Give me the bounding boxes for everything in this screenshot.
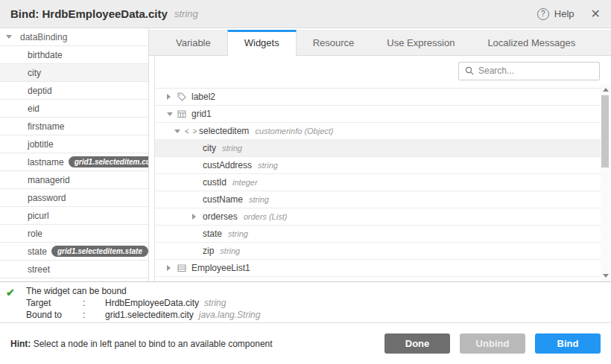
tree-node-type: string (258, 161, 278, 170)
sidebar-item-street[interactable]: street (0, 261, 148, 278)
sidebar-item-city[interactable]: city (0, 64, 148, 82)
search-box[interactable] (458, 62, 600, 80)
hint-body: Select a node in left panel to bind to a… (31, 339, 272, 349)
sidebar-item-eid[interactable]: eid (0, 100, 148, 118)
tree-node-label: custAddress (203, 160, 252, 170)
sidebar-item-label: dataBinding (20, 32, 67, 42)
unbind-button[interactable]: Unbind (460, 333, 525, 354)
tree-node-type: string (249, 195, 269, 204)
done-button[interactable]: Done (384, 333, 450, 354)
tree-row-city[interactable]: city string (155, 140, 601, 157)
status-type: java.lang.String (199, 310, 261, 320)
tree-node-type: integer (232, 178, 258, 187)
sidebar-item-label: city (28, 68, 41, 78)
sidebar-item-label: jobtitle (28, 139, 54, 150)
search-input[interactable] (478, 66, 594, 76)
tree-node-type: customerinfo (Object) (255, 127, 333, 135)
sidebar-item-picurl[interactable]: picurl (0, 207, 148, 225)
tree-row-label2[interactable]: label2 (155, 89, 601, 106)
sidebar-item-label: password (28, 193, 66, 203)
tree-node-label: EmployeeList1 (191, 263, 250, 273)
chevron-right-icon[interactable] (167, 265, 177, 271)
status-value: HrdbEmployeeData.city (105, 298, 199, 308)
dialog-title: Bind: HrdbEmployeeData.city (10, 7, 168, 20)
widgets-panel: label2 grid1 < > selecteditem customerin… (154, 56, 611, 281)
chevron-down-icon[interactable] (174, 130, 185, 133)
sidebar-item-label: picurl (28, 211, 49, 221)
tree-node-label: selecteditem (199, 126, 249, 136)
list-icon (177, 264, 191, 272)
help-icon[interactable]: ? (537, 8, 549, 20)
help-button[interactable]: Help (554, 8, 574, 19)
status-label: Target (26, 297, 83, 309)
status-type: string (204, 298, 226, 308)
tree-row-custid[interactable]: custId integer (155, 174, 601, 191)
scroll-down-icon[interactable] (603, 274, 609, 278)
sidebar-item-password[interactable]: password (0, 189, 148, 207)
sidebar-item-state[interactable]: state grid1.selecteditem.state (0, 243, 148, 261)
sidebar-item-label: eid (28, 103, 39, 114)
tree-row-employeelist1[interactable]: EmployeeList1 (155, 260, 601, 277)
binding-badge: grid1.selecteditem.custNam (69, 156, 148, 167)
hint-text: Hint: Select a node in left panel to bin… (10, 339, 273, 349)
tree-row-custaddress[interactable]: custAddress string (155, 157, 601, 174)
tab-widgets[interactable]: Widgets (227, 30, 297, 57)
sidebar-item-role[interactable]: role (0, 225, 148, 243)
tree-node-type: string (228, 229, 248, 238)
tree-row-orderses[interactable]: orderses orders (List) (155, 208, 601, 226)
footer-buttons: Done Unbind Bind (384, 333, 601, 354)
angle-brackets-icon: < > (185, 127, 199, 135)
sidebar-item-label: birthdate (28, 50, 63, 60)
status-label: Bound to (26, 309, 83, 321)
tree-node-label: state (203, 229, 222, 239)
binding-sidebar: dataBinding birthdate city deptid eid fi… (0, 28, 149, 281)
status-value: grid1.selecteditem.city (105, 310, 194, 320)
scroll-up-icon[interactable] (603, 88, 609, 92)
scrollbar[interactable] (601, 84, 610, 281)
bind-button[interactable]: Bind (535, 333, 601, 354)
status-boundto-row: Bound to:grid1.selecteditem.cityjava.lan… (26, 309, 611, 321)
tree-row-grid1[interactable]: grid1 (155, 106, 601, 123)
tab-use-expression[interactable]: Use Expression (370, 30, 471, 56)
sidebar-item-managerid[interactable]: managerid (0, 171, 148, 189)
check-icon: ✔ (6, 287, 15, 298)
sidebar-item-firstname[interactable]: firstname (0, 118, 148, 135)
tab-localized-messages[interactable]: Localized Messages (471, 30, 592, 56)
sidebar-item-deptid[interactable]: deptid (0, 82, 148, 100)
sidebar-item-label: role (28, 229, 42, 239)
close-icon[interactable]: ✕ (591, 7, 601, 21)
sidebar-item-label: state (28, 246, 47, 257)
tree-row-state[interactable]: state string (155, 226, 601, 243)
tree-node-label: custName (203, 194, 243, 205)
sidebar-item-lastname[interactable]: lastname grid1.selecteditem.custNam (0, 153, 148, 171)
sidebar-item-label: firstname (28, 121, 64, 132)
tab-resource[interactable]: Resource (297, 30, 371, 56)
chevron-down-icon[interactable] (167, 112, 177, 116)
sidebar-item-birthdate[interactable]: birthdate (0, 46, 148, 64)
chevron-down-icon[interactable] (6, 35, 12, 39)
scrollbar-thumb[interactable] (601, 95, 609, 167)
title-bar: Bind: HrdbEmployeeData.city string ? Hel… (0, 0, 611, 28)
status-target-row: Target:HrdbEmployeeData.citystring (26, 297, 611, 309)
sidebar-item-jobtitle[interactable]: jobtitle (0, 135, 148, 153)
tree-node-label: zip (203, 246, 214, 256)
tree-row-selecteditem[interactable]: < > selecteditem customerinfo (Object) (155, 123, 601, 140)
tree-node-label: custId (203, 177, 227, 188)
tree-node-label: grid1 (191, 109, 212, 119)
tab-variable[interactable]: Variable (159, 30, 227, 56)
binding-status: ✔ The widget can be bound Target:HrdbEmp… (0, 281, 611, 322)
status-separator: : (83, 297, 105, 309)
sidebar-item-label: deptid (28, 86, 52, 96)
tree-node-label: city (203, 143, 216, 153)
widgets-tree: label2 grid1 < > selecteditem customerin… (155, 88, 611, 277)
chevron-right-icon[interactable] (192, 214, 203, 220)
status-message: The widget can be bound (26, 285, 611, 297)
binding-badge: grid1.selecteditem.state (51, 246, 148, 257)
chevron-right-icon[interactable] (167, 94, 177, 100)
search-icon (465, 66, 474, 75)
sidebar-item-databinding[interactable]: dataBinding (0, 28, 148, 46)
tree-row-zip[interactable]: zip string (155, 243, 601, 260)
status-separator: : (83, 309, 105, 321)
tree-row-custname[interactable]: custName string (155, 191, 601, 208)
tree-node-type: string (220, 246, 240, 255)
